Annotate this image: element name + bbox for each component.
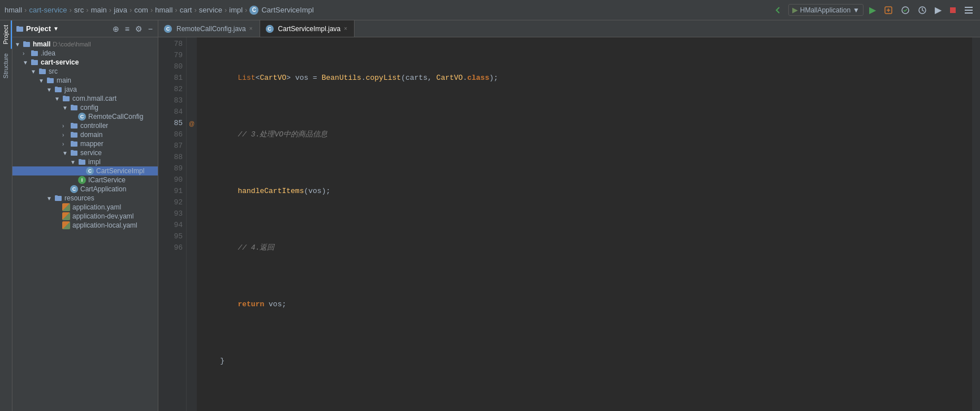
- breadcrumb-hmall[interactable]: hmall: [5, 6, 22, 14]
- tree-item-cart-application[interactable]: › C CartApplication: [12, 185, 158, 194]
- svg-rect-26: [71, 123, 74, 125]
- project-collapse-button[interactable]: ≡: [123, 24, 131, 34]
- tree-arrow-idea: ›: [23, 50, 31, 57]
- run-config-selector[interactable]: ▶ HMallApplication ▼: [788, 4, 864, 16]
- main-layout: Project Structure Project ▼ ⊕ ≡ ⚙ −: [0, 20, 980, 411]
- gutter-94: [187, 220, 197, 231]
- build-button[interactable]: [882, 5, 895, 16]
- breadcrumb-classname[interactable]: CartServiceImpl: [261, 6, 313, 14]
- tree-item-cart-service-impl[interactable]: › C CartServiceImpl: [12, 166, 158, 175]
- tree-item-mapper[interactable]: › mapper: [12, 139, 158, 148]
- sidebar-tab-structure[interactable]: Structure: [1, 49, 12, 83]
- tree-label-cart-service: cart-service: [41, 58, 79, 66]
- tab-close-cart-service-impl[interactable]: ×: [343, 25, 348, 32]
- tree-label-cart-application: CartApplication: [80, 185, 126, 193]
- tree-item-idea[interactable]: › .idea: [12, 49, 158, 58]
- ln-91: 91: [158, 186, 183, 197]
- folder-icon-cart-service: [31, 58, 38, 66]
- tree-item-icart-service[interactable]: › I ICartService: [12, 175, 158, 185]
- navigate-back-button[interactable]: [771, 5, 785, 16]
- sidebar-tab-project[interactable]: Project: [1, 20, 12, 49]
- tree-item-com-hmall-cart[interactable]: ▼ com.hmall.cart: [12, 94, 158, 103]
- tree-label-config: config: [80, 104, 98, 112]
- breadcrumb-cart[interactable]: cart: [180, 6, 192, 14]
- interface-icon-icart: I: [78, 176, 86, 184]
- ln-78: 78: [158, 38, 183, 50]
- svg-rect-14: [31, 59, 34, 61]
- folder-icon-controller: [70, 122, 78, 130]
- ln-86: 86: [158, 129, 183, 140]
- breadcrumb: hmall › cart-service › src › main › java…: [5, 6, 314, 15]
- ln-96: 96: [158, 242, 183, 254]
- tree-item-impl[interactable]: ▼ impl: [12, 157, 158, 166]
- gutter-82: [187, 84, 197, 95]
- tree-arrow-service: ▼: [62, 150, 70, 156]
- tree-item-java[interactable]: ▼ java: [12, 85, 158, 94]
- gutter-79: [187, 50, 197, 61]
- tree-item-domain[interactable]: › domain: [12, 130, 158, 139]
- project-actions: ⊕ ≡ ⚙ −: [111, 24, 154, 34]
- folder-icon-java: [54, 85, 62, 93]
- tree-arrow-controller: ›: [62, 123, 70, 129]
- code-line-79: // 3.处理VO中的商品信息: [197, 129, 972, 140]
- tree-item-service[interactable]: ▼ service: [12, 148, 158, 157]
- project-dropdown-icon: ▼: [53, 25, 59, 32]
- gutter-87: [187, 140, 197, 152]
- tree-item-app-local-yaml[interactable]: › application-local.yaml: [12, 221, 158, 230]
- tree-label-main: main: [57, 76, 71, 84]
- tree-label-app-dev-yaml: application-dev.yaml: [72, 212, 134, 220]
- breadcrumb-src[interactable]: src: [74, 6, 84, 14]
- tab-remote-call-config[interactable]: C RemoteCallConfig.java ×: [158, 20, 260, 37]
- tree-arrow-domain: ›: [62, 132, 70, 138]
- tree-item-controller[interactable]: › controller: [12, 121, 158, 130]
- breadcrumb-service[interactable]: service: [199, 6, 222, 14]
- project-title[interactable]: Project ▼: [16, 24, 59, 33]
- run-button[interactable]: ▶: [867, 3, 878, 16]
- minimap: [972, 37, 980, 411]
- more-run-button[interactable]: ▶: [932, 3, 944, 16]
- tab-close-remote-call[interactable]: ×: [248, 25, 254, 32]
- ln-95: 95: [158, 231, 183, 242]
- breadcrumb-cart-service[interactable]: cart-service: [29, 6, 67, 14]
- tree-item-app-dev-yaml[interactable]: › application-dev.yaml: [12, 212, 158, 221]
- folder-icon-com-hmall-cart: [62, 95, 70, 102]
- project-settings-button[interactable]: ⚙: [133, 24, 144, 34]
- tree-label-remote-call-config: RemoteCallConfig: [88, 113, 143, 121]
- tree-label-cart-service-impl: CartServiceImpl: [96, 167, 144, 175]
- gutter-78: [187, 38, 197, 50]
- folder-icon: [16, 25, 24, 33]
- tree-item-src[interactable]: ▼ src: [12, 67, 158, 76]
- profile-button[interactable]: [916, 5, 929, 16]
- coverage-button[interactable]: [899, 5, 912, 16]
- tree-label-src: src: [49, 67, 58, 75]
- code-content[interactable]: List<CartVO> vos = BeanUtils.copyList(ca…: [197, 37, 972, 411]
- tab-cart-service-impl[interactable]: C CartServiceImpl.java ×: [260, 20, 355, 37]
- tree-arrow-main: ▼: [38, 78, 46, 84]
- svg-rect-16: [39, 68, 42, 70]
- tree-item-app-yaml[interactable]: › application.yaml: [12, 203, 158, 212]
- svg-rect-5: [965, 10, 973, 11]
- breadcrumb-com[interactable]: com: [134, 6, 148, 14]
- breadcrumb-hmall2[interactable]: hmall: [155, 6, 172, 14]
- project-hide-button[interactable]: −: [146, 24, 154, 34]
- project-panel: Project ▼ ⊕ ≡ ⚙ − ▼ hmall D:\code\hmall: [12, 20, 158, 411]
- tree-item-hmall[interactable]: ▼ hmall D:\code\hmall: [12, 40, 158, 49]
- breadcrumb-main[interactable]: main: [91, 6, 107, 14]
- breadcrumb-java[interactable]: java: [114, 6, 127, 14]
- tree-item-resources[interactable]: ▼ resources: [12, 194, 158, 203]
- tree-arrow-cart-service: ▼: [23, 59, 31, 66]
- tree-item-cart-service[interactable]: ▼ cart-service: [12, 58, 158, 67]
- stop-button[interactable]: [947, 6, 959, 15]
- more-actions-button[interactable]: [962, 5, 975, 16]
- svg-rect-4: [965, 7, 973, 8]
- svg-rect-36: [55, 195, 58, 197]
- tree-item-main[interactable]: ▼ main: [12, 76, 158, 85]
- tree-arrow-hmall: ▼: [15, 41, 23, 48]
- tree-item-remote-call-config[interactable]: › C RemoteCallConfig: [12, 112, 158, 121]
- tree-item-config[interactable]: ▼ config: [12, 103, 158, 112]
- tree-arrow-com-hmall-cart: ▼: [54, 96, 62, 102]
- editor-area: C RemoteCallConfig.java × C CartServiceI…: [158, 20, 980, 411]
- svg-rect-8: [16, 26, 19, 28]
- breadcrumb-impl[interactable]: impl: [229, 6, 243, 14]
- project-locate-button[interactable]: ⊕: [111, 24, 121, 34]
